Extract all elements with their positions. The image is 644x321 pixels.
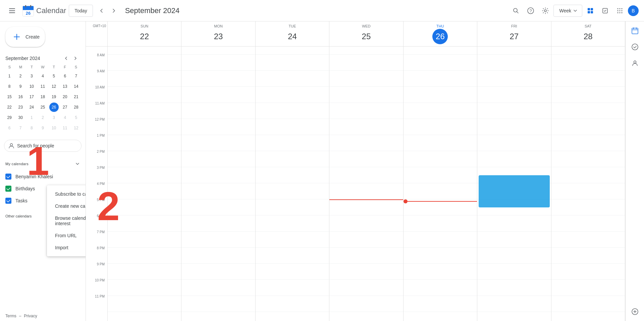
mini-day-5[interactable]: 5 — [71, 113, 81, 122]
hour-row[interactable] — [551, 248, 625, 264]
mini-day-21[interactable]: 21 — [71, 92, 81, 102]
mini-day-13[interactable]: 13 — [60, 82, 70, 91]
hour-row[interactable] — [551, 87, 625, 103]
mini-day-12[interactable]: 12 — [49, 82, 59, 91]
right-contacts-icon-btn[interactable] — [628, 56, 642, 70]
hour-row[interactable] — [329, 296, 403, 312]
hour-row[interactable] — [477, 47, 551, 55]
privacy-link[interactable]: Privacy — [24, 314, 37, 318]
prev-button[interactable] — [96, 5, 108, 17]
mini-day-18[interactable]: 18 — [38, 92, 47, 102]
hour-row[interactable] — [329, 199, 403, 215]
hour-row[interactable] — [256, 215, 329, 232]
hour-row[interactable] — [477, 87, 551, 103]
hour-row[interactable] — [181, 264, 255, 280]
hour-row[interactable] — [108, 215, 181, 232]
hour-row[interactable] — [551, 135, 625, 151]
hour-row[interactable] — [329, 183, 403, 199]
hour-row[interactable] — [551, 264, 625, 280]
hour-row[interactable] — [256, 135, 329, 151]
hour-row[interactable] — [181, 103, 255, 119]
hour-row[interactable] — [256, 87, 329, 103]
grid-col-wed[interactable] — [329, 47, 403, 321]
hour-row[interactable] — [404, 296, 477, 312]
dropdown-item-url[interactable]: From URL — [47, 230, 86, 242]
mini-day-24[interactable]: 24 — [27, 103, 36, 112]
hour-row[interactable] — [329, 119, 403, 135]
grid-col-sat[interactable] — [551, 47, 625, 321]
mini-day-3[interactable]: 3 — [27, 71, 36, 81]
dropdown-item-subscribe[interactable]: Subscribe to calendar — [47, 188, 86, 200]
mini-day-2[interactable]: 2 — [16, 71, 25, 81]
grid-col-sun[interactable] — [108, 47, 181, 321]
mini-day-2[interactable]: 2 — [38, 113, 47, 122]
hour-row[interactable] — [551, 280, 625, 296]
mini-day-25[interactable]: 25 — [38, 103, 47, 112]
hour-row[interactable] — [404, 215, 477, 232]
hour-row[interactable] — [108, 264, 181, 280]
hour-row[interactable] — [404, 280, 477, 296]
hour-row[interactable] — [108, 232, 181, 248]
mini-day-8[interactable]: 8 — [5, 82, 14, 91]
hour-row[interactable] — [404, 71, 477, 87]
hour-row[interactable] — [181, 199, 255, 215]
mini-day-7[interactable]: 7 — [16, 123, 25, 133]
mini-day-14[interactable]: 14 — [71, 82, 81, 91]
hour-row[interactable] — [477, 71, 551, 87]
hour-row[interactable] — [404, 199, 477, 215]
hour-row[interactable] — [181, 87, 255, 103]
hour-row[interactable] — [181, 119, 255, 135]
view-selector[interactable]: Week — [553, 5, 582, 17]
hour-row[interactable] — [108, 119, 181, 135]
hour-row[interactable] — [404, 135, 477, 151]
hour-row[interactable] — [404, 183, 477, 199]
tasks-button[interactable] — [598, 4, 612, 17]
hour-row[interactable] — [551, 55, 625, 71]
hour-row[interactable] — [181, 280, 255, 296]
mini-day-1[interactable]: 1 — [27, 113, 36, 122]
mini-day-30[interactable]: 30 — [16, 113, 25, 122]
hour-row[interactable] — [256, 199, 329, 215]
day-num-28[interactable]: 28 — [580, 29, 596, 44]
mini-day-10[interactable]: 10 — [27, 82, 36, 91]
hour-row[interactable] — [477, 296, 551, 312]
grid-col-mon[interactable] — [181, 47, 255, 321]
hour-row[interactable] — [181, 232, 255, 248]
mini-day-1[interactable]: 1 — [5, 71, 14, 81]
apps-button[interactable] — [613, 4, 627, 17]
hour-row[interactable] — [256, 167, 329, 183]
hour-row[interactable] — [329, 264, 403, 280]
hour-row[interactable] — [181, 296, 255, 312]
hour-row[interactable] — [256, 312, 329, 321]
hour-row[interactable] — [329, 135, 403, 151]
hour-row[interactable] — [477, 248, 551, 264]
hour-row[interactable] — [404, 167, 477, 183]
calendar-checkbox-birthdays[interactable] — [5, 186, 11, 192]
hour-row[interactable] — [404, 232, 477, 248]
hour-row[interactable] — [477, 264, 551, 280]
hour-row[interactable] — [477, 55, 551, 71]
hour-row[interactable] — [329, 87, 403, 103]
dropdown-item-browse[interactable]: Browse calendars of interest — [47, 212, 86, 230]
hour-row[interactable] — [404, 151, 477, 167]
hour-row[interactable] — [108, 312, 181, 321]
mini-day-6[interactable]: 6 — [60, 71, 70, 81]
mini-cal-prev[interactable] — [61, 54, 71, 63]
terms-link[interactable]: Terms — [5, 314, 16, 318]
mini-day-10[interactable]: 10 — [49, 123, 59, 133]
grid-col-fri[interactable] — [477, 47, 551, 321]
hour-row[interactable] — [404, 264, 477, 280]
hour-row[interactable] — [256, 119, 329, 135]
hour-row[interactable] — [404, 119, 477, 135]
day-num-25[interactable]: 25 — [359, 29, 374, 44]
user-avatar[interactable]: B — [628, 5, 639, 16]
today-button[interactable]: Today — [69, 5, 93, 17]
hour-row[interactable] — [108, 151, 181, 167]
hour-row[interactable] — [108, 280, 181, 296]
next-button[interactable] — [108, 5, 120, 17]
day-num-23[interactable]: 23 — [211, 29, 226, 44]
hour-row[interactable] — [477, 280, 551, 296]
hour-row[interactable] — [256, 47, 329, 55]
hour-row[interactable] — [108, 103, 181, 119]
hour-row[interactable] — [108, 135, 181, 151]
